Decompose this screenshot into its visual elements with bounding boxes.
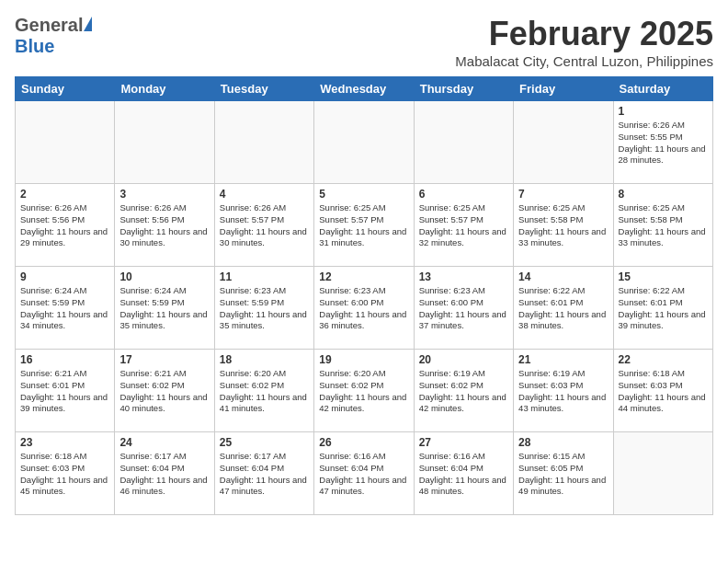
- calendar-cell: [115, 101, 214, 184]
- day-info: Sunrise: 6:26 AM Sunset: 5:56 PM Dayligh…: [20, 202, 109, 249]
- calendar-header: SundayMondayTuesdayWednesdayThursdayFrid…: [16, 77, 713, 101]
- calendar-body: 1Sunrise: 6:26 AM Sunset: 5:55 PM Daylig…: [16, 101, 713, 515]
- calendar-cell: 11Sunrise: 6:23 AM Sunset: 5:59 PM Dayli…: [214, 267, 313, 350]
- day-info: Sunrise: 6:17 AM Sunset: 6:04 PM Dayligh…: [220, 451, 309, 498]
- day-number: 19: [319, 353, 408, 366]
- day-number: 14: [518, 270, 608, 283]
- day-number: 18: [220, 353, 309, 366]
- logo-triangle-icon: [84, 17, 92, 31]
- day-info: Sunrise: 6:26 AM Sunset: 5:56 PM Dayligh…: [119, 202, 209, 249]
- day-number: 22: [619, 353, 708, 366]
- day-number: 25: [220, 436, 309, 449]
- day-number: 8: [619, 188, 708, 201]
- calendar-cell: 15Sunrise: 6:22 AM Sunset: 6:01 PM Dayli…: [613, 267, 712, 350]
- calendar-cell: [514, 101, 613, 184]
- day-info: Sunrise: 6:19 AM Sunset: 6:02 PM Dayligh…: [419, 368, 508, 415]
- calendar-cell: 9Sunrise: 6:24 AM Sunset: 5:59 PM Daylig…: [16, 267, 115, 350]
- calendar-cell: [16, 101, 115, 184]
- day-header-wednesday: Wednesday: [314, 77, 414, 101]
- calendar-cell: 12Sunrise: 6:23 AM Sunset: 6:00 PM Dayli…: [314, 267, 414, 350]
- logo-blue: Blue: [15, 36, 54, 56]
- calendar-cell: [414, 101, 513, 184]
- day-number: 20: [419, 353, 508, 366]
- day-info: Sunrise: 6:16 AM Sunset: 6:04 PM Dayligh…: [319, 451, 408, 498]
- day-info: Sunrise: 6:22 AM Sunset: 6:01 PM Dayligh…: [619, 285, 708, 332]
- title-block: February 2025 Mabalacat City, Central Lu…: [455, 15, 713, 69]
- day-info: Sunrise: 6:20 AM Sunset: 6:02 PM Dayligh…: [319, 368, 408, 415]
- calendar-week-3: 9Sunrise: 6:24 AM Sunset: 5:59 PM Daylig…: [16, 267, 713, 350]
- day-info: Sunrise: 6:26 AM Sunset: 5:57 PM Dayligh…: [220, 202, 309, 249]
- day-info: Sunrise: 6:16 AM Sunset: 6:04 PM Dayligh…: [419, 451, 508, 498]
- day-info: Sunrise: 6:21 AM Sunset: 6:02 PM Dayligh…: [119, 368, 209, 415]
- day-number: 16: [20, 353, 109, 366]
- day-number: 21: [518, 353, 608, 366]
- day-header-sunday: Sunday: [16, 77, 115, 101]
- calendar-cell: [214, 101, 313, 184]
- calendar-cell: 22Sunrise: 6:18 AM Sunset: 6:03 PM Dayli…: [613, 350, 712, 432]
- day-headers-row: SundayMondayTuesdayWednesdayThursdayFrid…: [16, 77, 713, 101]
- day-info: Sunrise: 6:23 AM Sunset: 5:59 PM Dayligh…: [220, 285, 309, 332]
- day-info: Sunrise: 6:25 AM Sunset: 5:57 PM Dayligh…: [319, 202, 408, 249]
- day-info: Sunrise: 6:22 AM Sunset: 6:01 PM Dayligh…: [518, 285, 608, 332]
- page-header: General Blue February 2025 Mabalacat Cit…: [15, 15, 713, 69]
- calendar-cell: 24Sunrise: 6:17 AM Sunset: 6:04 PM Dayli…: [115, 432, 214, 515]
- logo: General Blue: [15, 15, 92, 57]
- calendar-week-5: 23Sunrise: 6:18 AM Sunset: 6:03 PM Dayli…: [16, 432, 713, 515]
- day-number: 13: [419, 270, 508, 283]
- day-info: Sunrise: 6:15 AM Sunset: 6:05 PM Dayligh…: [518, 451, 608, 498]
- day-info: Sunrise: 6:20 AM Sunset: 6:02 PM Dayligh…: [220, 368, 309, 415]
- day-number: 27: [419, 436, 508, 449]
- day-number: 2: [20, 188, 109, 201]
- day-number: 10: [119, 270, 209, 283]
- calendar-cell: 28Sunrise: 6:15 AM Sunset: 6:05 PM Dayli…: [514, 432, 613, 515]
- calendar-cell: 1Sunrise: 6:26 AM Sunset: 5:55 PM Daylig…: [613, 101, 712, 184]
- day-number: 26: [319, 436, 408, 449]
- calendar-week-1: 1Sunrise: 6:26 AM Sunset: 5:55 PM Daylig…: [16, 101, 713, 184]
- calendar-cell: 2Sunrise: 6:26 AM Sunset: 5:56 PM Daylig…: [16, 184, 115, 267]
- calendar-cell: 19Sunrise: 6:20 AM Sunset: 6:02 PM Dayli…: [314, 350, 414, 432]
- day-header-thursday: Thursday: [414, 77, 513, 101]
- calendar-cell: 4Sunrise: 6:26 AM Sunset: 5:57 PM Daylig…: [214, 184, 313, 267]
- calendar-week-2: 2Sunrise: 6:26 AM Sunset: 5:56 PM Daylig…: [16, 184, 713, 267]
- day-info: Sunrise: 6:18 AM Sunset: 6:03 PM Dayligh…: [20, 451, 109, 498]
- subtitle: Mabalacat City, Central Luzon, Philippin…: [455, 53, 713, 69]
- day-number: 12: [319, 270, 408, 283]
- calendar-cell: 26Sunrise: 6:16 AM Sunset: 6:04 PM Dayli…: [314, 432, 414, 515]
- calendar-cell: 8Sunrise: 6:25 AM Sunset: 5:58 PM Daylig…: [613, 184, 712, 267]
- calendar-cell: 20Sunrise: 6:19 AM Sunset: 6:02 PM Dayli…: [414, 350, 513, 432]
- day-number: 15: [619, 270, 708, 283]
- calendar-cell: 14Sunrise: 6:22 AM Sunset: 6:01 PM Dayli…: [514, 267, 613, 350]
- day-number: 23: [20, 436, 109, 449]
- calendar-cell: 16Sunrise: 6:21 AM Sunset: 6:01 PM Dayli…: [16, 350, 115, 432]
- day-info: Sunrise: 6:21 AM Sunset: 6:01 PM Dayligh…: [20, 368, 109, 415]
- day-number: 24: [119, 436, 209, 449]
- calendar-cell: 6Sunrise: 6:25 AM Sunset: 5:57 PM Daylig…: [414, 184, 513, 267]
- calendar-cell: 13Sunrise: 6:23 AM Sunset: 6:00 PM Dayli…: [414, 267, 513, 350]
- day-number: 3: [119, 188, 209, 201]
- calendar-cell: 7Sunrise: 6:25 AM Sunset: 5:58 PM Daylig…: [514, 184, 613, 267]
- day-header-tuesday: Tuesday: [214, 77, 313, 101]
- day-number: 4: [220, 188, 309, 201]
- calendar-cell: 25Sunrise: 6:17 AM Sunset: 6:04 PM Dayli…: [214, 432, 313, 515]
- day-info: Sunrise: 6:23 AM Sunset: 6:00 PM Dayligh…: [419, 285, 508, 332]
- day-header-saturday: Saturday: [613, 77, 712, 101]
- day-info: Sunrise: 6:25 AM Sunset: 5:58 PM Dayligh…: [619, 202, 708, 249]
- day-info: Sunrise: 6:25 AM Sunset: 5:57 PM Dayligh…: [419, 202, 508, 249]
- day-number: 7: [518, 188, 608, 201]
- calendar-cell: 18Sunrise: 6:20 AM Sunset: 6:02 PM Dayli…: [214, 350, 313, 432]
- calendar-cell: 5Sunrise: 6:25 AM Sunset: 5:57 PM Daylig…: [314, 184, 414, 267]
- day-info: Sunrise: 6:17 AM Sunset: 6:04 PM Dayligh…: [119, 451, 209, 498]
- day-number: 6: [419, 188, 508, 201]
- calendar-cell: 10Sunrise: 6:24 AM Sunset: 5:59 PM Dayli…: [115, 267, 214, 350]
- day-info: Sunrise: 6:19 AM Sunset: 6:03 PM Dayligh…: [518, 368, 608, 415]
- calendar-week-4: 16Sunrise: 6:21 AM Sunset: 6:01 PM Dayli…: [16, 350, 713, 432]
- day-info: Sunrise: 6:25 AM Sunset: 5:58 PM Dayligh…: [518, 202, 608, 249]
- day-info: Sunrise: 6:24 AM Sunset: 5:59 PM Dayligh…: [20, 285, 109, 332]
- calendar-cell: 3Sunrise: 6:26 AM Sunset: 5:56 PM Daylig…: [115, 184, 214, 267]
- day-info: Sunrise: 6:26 AM Sunset: 5:55 PM Dayligh…: [619, 120, 708, 167]
- calendar-cell: [314, 101, 414, 184]
- month-title: February 2025: [455, 15, 713, 53]
- day-info: Sunrise: 6:24 AM Sunset: 5:59 PM Dayligh…: [119, 285, 209, 332]
- day-number: 11: [220, 270, 309, 283]
- day-info: Sunrise: 6:18 AM Sunset: 6:03 PM Dayligh…: [619, 368, 708, 415]
